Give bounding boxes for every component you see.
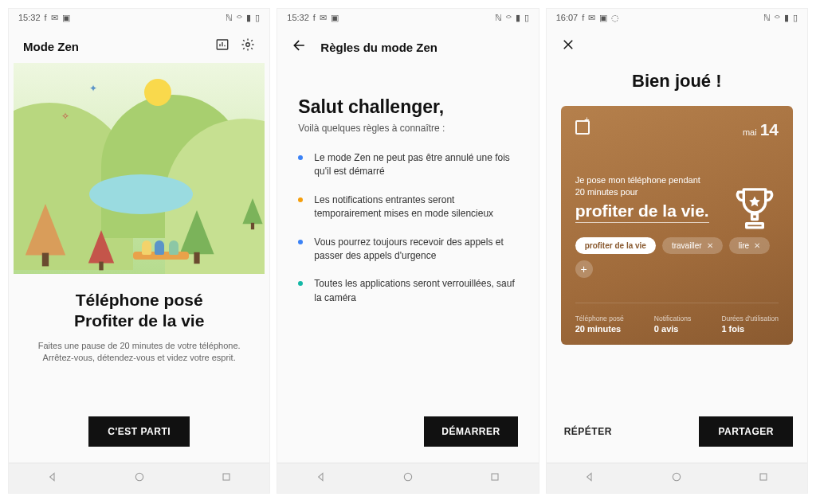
nav-home-icon[interactable] [402, 471, 414, 486]
messenger-icon: ◌ [611, 13, 619, 23]
signal-icon: ▮ [784, 13, 789, 23]
screen-3-congrats: 16:07 f ✉ ▣ ◌ ℕ ⌔ ▮ ▯ Bien joué ! mai14 [546, 8, 808, 494]
signal-icon: ▮ [246, 13, 251, 23]
wifi-icon: ⌔ [775, 13, 780, 22]
bullet-icon [298, 240, 303, 244]
nfc-icon: ℕ [763, 13, 771, 23]
status-time: 15:32 [18, 13, 41, 22]
status-time: 16:07 [556, 13, 579, 22]
svg-point-2 [135, 473, 143, 480]
nav-recent-icon[interactable] [220, 471, 233, 486]
rule-item: Toutes les applications seront verrouill… [298, 277, 517, 305]
nav-recent-icon[interactable] [488, 471, 501, 486]
chip-option[interactable]: lire✕ [729, 237, 770, 254]
back-arrow-icon[interactable] [292, 37, 308, 57]
app-title: Mode Zen [23, 40, 79, 53]
start-button[interactable]: C'EST PARTI [88, 416, 190, 447]
close-icon[interactable] [561, 41, 575, 54]
congrats-heading: Bien joué ! [561, 71, 793, 92]
rule-item: Vous pourrez toujours recevoir des appel… [298, 236, 517, 264]
battery-icon: ▯ [793, 13, 798, 23]
gallery-icon: ▣ [599, 13, 607, 23]
screen-2-rules: 15:32 f ✉ ▣ ℕ ⌔ ▮ ▯ Règles du mode Zen S… [277, 8, 539, 494]
svg-rect-7 [760, 474, 767, 480]
bullet-icon [298, 281, 303, 286]
reason-chips: profiter de la vie travailler✕ lire✕ + [575, 237, 779, 278]
nav-home-icon[interactable] [670, 471, 683, 486]
bullet-icon [298, 197, 303, 202]
wifi-icon: ⌔ [506, 13, 512, 22]
nfc-icon: ℕ [226, 13, 233, 23]
share-button[interactable]: PARTAGER [699, 416, 793, 447]
svg-rect-5 [492, 474, 498, 480]
nav-back-icon[interactable] [583, 471, 596, 486]
people-icon [137, 236, 185, 260]
android-navbar [547, 463, 807, 493]
screen-1-zen-home: 15:32 f ✉ ▣ ℕ ⌔ ▮ ▯ Mode Zen ✦ ✧ [8, 8, 270, 494]
svg-point-4 [404, 473, 411, 480]
bird-icon: ✦ [89, 83, 97, 94]
svg-point-1 [246, 43, 250, 47]
status-bar: 16:07 f ✉ ▣ ◌ ℕ ⌔ ▮ ▯ [547, 9, 807, 26]
back-header: Règles du mode Zen [277, 26, 538, 64]
zen-illustration: ✦ ✧ [14, 63, 265, 274]
status-bar: 15:32 f ✉ ▣ ℕ ⌔ ▮ ▯ [9, 9, 269, 26]
bird-icon: ✧ [61, 111, 69, 122]
greeting-heading: Salut challenger, [298, 96, 517, 118]
facebook-icon: f [582, 13, 584, 22]
nav-recent-icon[interactable] [757, 471, 770, 486]
gear-icon[interactable] [241, 37, 255, 55]
card-stats: Téléphone posé20 minutes Notifications0 … [575, 303, 779, 334]
facebook-icon: f [45, 13, 47, 22]
rules-list: Le mode Zen ne peut pas être annulé une … [298, 151, 517, 305]
trophy-icon [732, 184, 777, 232]
gallery-icon: ▣ [62, 13, 70, 23]
app-header: Mode Zen [9, 26, 269, 63]
card-lead-text: Je pose mon téléphone pendant 20 minutes… [575, 174, 711, 198]
card-date: mai14 [743, 120, 779, 139]
chip-option[interactable]: travailler✕ [662, 237, 723, 254]
achievement-card: mai14 Je pose mon téléphone pendant 20 m… [561, 106, 793, 345]
page-title: Règles du mode Zen [320, 41, 437, 54]
battery-icon: ▯ [255, 13, 260, 23]
greeting-subtext: Voilà quelques règles à connaître : [298, 123, 517, 134]
nav-back-icon[interactable] [46, 471, 59, 486]
repeat-button[interactable]: RÉPÉTER [561, 416, 615, 447]
gallery-icon: ▣ [331, 13, 339, 23]
stats-icon[interactable] [215, 37, 230, 55]
rule-item: Les notifications entrantes seront tempo… [298, 193, 517, 221]
main-subtext: Faites une pause de 20 minutes de votre … [29, 340, 249, 365]
oneplus-logo-icon [575, 120, 590, 135]
battery-icon: ▯ [524, 13, 529, 23]
main-heading: Téléphone posé Profiter de la vie [29, 290, 249, 332]
mail-icon: ✉ [320, 13, 327, 23]
chip-remove-icon[interactable]: ✕ [754, 241, 760, 250]
facebook-icon: f [313, 13, 316, 22]
start-button[interactable]: DÉMARRER [424, 416, 517, 447]
nfc-icon: ℕ [495, 13, 502, 23]
nav-home-icon[interactable] [133, 471, 146, 486]
mail-icon: ✉ [588, 13, 595, 23]
nav-back-icon[interactable] [315, 471, 328, 486]
mail-icon: ✉ [51, 13, 58, 23]
bullet-icon [298, 155, 303, 160]
svg-rect-3 [223, 474, 230, 480]
android-navbar [277, 463, 538, 493]
chip-add-button[interactable]: + [575, 260, 593, 278]
status-time: 15:32 [287, 13, 309, 22]
android-navbar [9, 463, 269, 493]
chip-remove-icon[interactable]: ✕ [707, 241, 713, 250]
svg-point-6 [673, 473, 681, 480]
signal-icon: ▮ [516, 13, 520, 23]
wifi-icon: ⌔ [237, 13, 242, 22]
rule-item: Le mode Zen ne peut pas être annulé une … [298, 151, 517, 179]
status-bar: 15:32 f ✉ ▣ ℕ ⌔ ▮ ▯ [277, 9, 538, 26]
chip-active[interactable]: profiter de la vie [575, 237, 656, 254]
